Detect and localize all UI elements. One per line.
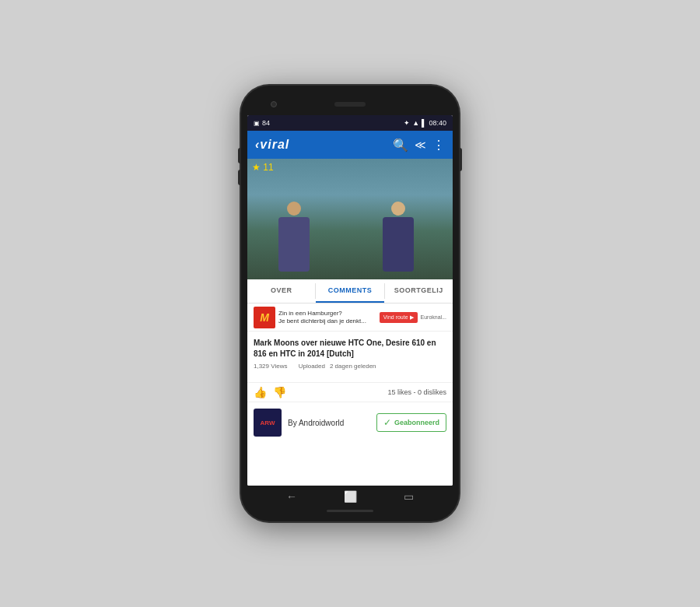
status-right: ✦ ▲ ▌ 08:40 xyxy=(404,119,446,127)
person-right xyxy=(383,202,414,272)
likes-count: 15 likes - 0 dislikes xyxy=(387,388,446,396)
star-icon: ★ 11 xyxy=(252,162,274,173)
upload-date: 2 dagen geleden xyxy=(330,363,376,370)
signal-icon: ▌ xyxy=(422,119,426,127)
channel-logo: ARW xyxy=(254,409,282,437)
dislike-button[interactable]: 👎 xyxy=(273,386,286,398)
status-left: ▣ 84 xyxy=(254,119,270,127)
upload-label: Uploaded xyxy=(299,363,325,370)
subscribe-label: Geabonneerd xyxy=(394,419,439,426)
more-options-button[interactable]: ⋮ xyxy=(432,138,445,153)
nav-bar: ← ⬜ ▭ xyxy=(247,486,453,507)
bluetooth-icon: ✦ xyxy=(404,119,410,127)
content-tabs: OVER COMMENTS SOORTGELIJ xyxy=(247,279,453,304)
video-player[interactable]: ★ 11 xyxy=(247,159,453,279)
back-button[interactable]: ← xyxy=(286,490,297,503)
ad-text-line1: Zin in een Hamburger? xyxy=(278,310,376,318)
home-button[interactable]: ⬜ xyxy=(344,490,357,503)
ad-text: Zin in een Hamburger? Je bent dichterbij… xyxy=(278,310,376,325)
tab-soortgelij[interactable]: SOORTGELIJ xyxy=(385,279,453,303)
power-button[interactable] xyxy=(459,148,462,171)
ad-banner[interactable]: M Zin in een Hamburger? Je bent dichterb… xyxy=(247,304,453,332)
status-time: 08:40 xyxy=(429,119,446,127)
thumbs-up-icon: 👍 xyxy=(254,386,267,398)
like-button[interactable]: 👍 xyxy=(254,386,267,398)
video-meta: 1,329 Views Uploaded 2 dagen geleden xyxy=(254,363,446,370)
earpiece xyxy=(334,102,366,107)
front-camera xyxy=(271,101,277,107)
volume-up-button[interactable] xyxy=(238,148,241,163)
channel-row: ARW By Androidworld ✓ Geabonneerd xyxy=(247,402,453,443)
tab-comments[interactable]: COMMENTS xyxy=(316,279,383,303)
video-info: Mark Moons over nieuwe HTC One, Desire 6… xyxy=(247,332,453,382)
mcdo-logo: M xyxy=(254,307,275,328)
action-row: 👍 👎 15 likes - 0 dislikes xyxy=(247,382,453,402)
search-button[interactable]: 🔍 xyxy=(393,138,408,153)
app-bar: ‹viral 🔍 ≪ ⋮ xyxy=(247,131,453,159)
status-notifications: 84 xyxy=(262,119,270,127)
phone: ▣ 84 ✦ ▲ ▌ 08:40 ‹viral 🔍 ≪ ⋮ xyxy=(241,86,459,521)
ad-text-line2: Je bent dichterbij dan je denkt... xyxy=(278,318,376,325)
check-icon: ✓ xyxy=(383,417,391,428)
phone-bottom xyxy=(247,507,453,514)
phone-top xyxy=(247,93,453,115)
volume-down-button[interactable] xyxy=(238,170,241,185)
notification-icon: ▣ xyxy=(254,120,260,127)
ad-logo2: Euroknal... xyxy=(421,314,446,320)
person-left xyxy=(278,202,310,272)
content-area: M Zin in een Hamburger? Je bent dichterb… xyxy=(247,304,453,486)
ad-button[interactable]: Vind route ▶ xyxy=(380,312,418,323)
status-bar: ▣ 84 ✦ ▲ ▌ 08:40 xyxy=(247,115,453,131)
channel-logo-text: ARW xyxy=(261,419,275,426)
app-logo: ‹viral xyxy=(255,138,387,152)
channel-name: By Androidworld xyxy=(288,419,370,427)
view-count: 1,329 Views xyxy=(254,363,287,370)
thumbs-down-icon: 👎 xyxy=(273,386,286,398)
subscribe-button[interactable]: ✓ Geabonneerd xyxy=(376,413,446,432)
wifi-icon: ▲ xyxy=(412,119,419,127)
share-button[interactable]: ≪ xyxy=(415,139,426,151)
phone-screen: ▣ 84 ✦ ▲ ▌ 08:40 ‹viral 🔍 ≪ ⋮ xyxy=(247,115,453,486)
tab-over[interactable]: OVER xyxy=(247,279,315,303)
bottom-indicator xyxy=(327,510,373,512)
recents-button[interactable]: ▭ xyxy=(404,490,414,503)
video-title: Mark Moons over nieuwe HTC One, Desire 6… xyxy=(254,338,446,360)
